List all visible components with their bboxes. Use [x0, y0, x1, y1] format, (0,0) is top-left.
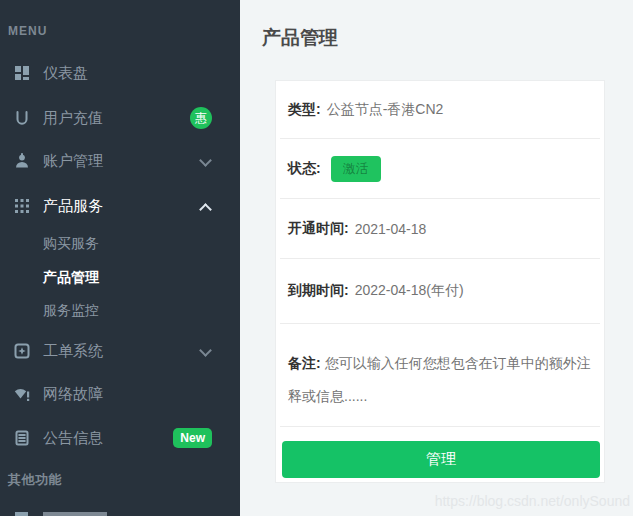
other-section-header: 其他功能: [8, 471, 62, 489]
sidebar-item-label: 账户管理: [43, 152, 103, 171]
sidebar-item-account[interactable]: 账户管理: [0, 149, 240, 173]
sidebar-item-tickets[interactable]: 工单系统: [0, 339, 240, 363]
status-label: 状态:: [288, 160, 321, 178]
chevron-up-icon: [201, 202, 210, 211]
sidebar-item-label: 公告信息: [43, 429, 103, 448]
products-grid-icon: [14, 198, 30, 214]
divider: [280, 426, 600, 427]
account-icon: [14, 153, 30, 169]
status-badge: 激活: [331, 156, 381, 182]
open-time-value: 2021-04-18: [355, 221, 427, 237]
chevron-down-icon: [201, 157, 210, 166]
open-time-label: 开通时间:: [288, 220, 349, 238]
sidebar-item-recharge[interactable]: 用户充值 惠: [0, 106, 240, 130]
status-row: 状态: 激活: [276, 139, 604, 198]
promo-badge: 惠: [190, 107, 212, 129]
sidebar-item-label: 仪表盘: [43, 64, 88, 83]
dashboard-icon: [14, 65, 30, 81]
ticket-icon: [14, 343, 30, 359]
sidebar-item-label: 工单系统: [43, 342, 103, 361]
sidebar-item-label: 产品管理: [43, 269, 99, 287]
sidebar-item-network[interactable]: 网络故障: [0, 382, 240, 406]
sidebar-item-label: 产品服务: [43, 197, 103, 216]
expire-time-label: 到期时间:: [288, 282, 349, 300]
sidebar: MENU 仪表盘 用户充值 惠: [0, 0, 240, 516]
app-window: MENU 仪表盘 用户充值 惠: [0, 0, 633, 516]
open-time-row: 开通时间: 2021-04-18: [276, 199, 604, 258]
remark-row: 备注:您可以输入任何您想包含在订单中的额外注释或信息......: [276, 324, 604, 426]
cutoff-menu-label: [43, 512, 107, 516]
sidebar-item-announce[interactable]: 公告信息 New: [0, 426, 240, 450]
network-fault-icon: [14, 386, 30, 402]
expire-time-value: 2022-04-18(年付): [355, 282, 464, 300]
type-value: 公益节点-香港CN2: [327, 101, 444, 119]
product-detail-card: 类型: 公益节点-香港CN2 状态: 激活 开通时间: 2021-04-18 到…: [275, 80, 605, 483]
remark-label: 备注:: [288, 355, 321, 371]
sidebar-item-label: 用户充值: [43, 109, 103, 128]
sidebar-item-label: 服务监控: [43, 302, 99, 320]
sidebar-item-label: 网络故障: [43, 385, 103, 404]
sidebar-item-label: 购买服务: [43, 235, 99, 253]
recharge-icon: [14, 110, 30, 126]
sidebar-item-dashboard[interactable]: 仪表盘: [0, 61, 240, 85]
sidebar-item-buy-service[interactable]: 购买服务: [0, 232, 240, 256]
page-title: 产品管理: [262, 25, 338, 51]
announcement-icon: [14, 430, 30, 446]
sidebar-item-product-manage[interactable]: 产品管理: [0, 266, 240, 290]
watermark-text: https://blog.csdn.net/onlySound: [435, 493, 630, 509]
cutoff-menu-icon: [15, 512, 28, 516]
type-label: 类型:: [288, 101, 321, 119]
menu-section-header: MENU: [8, 24, 47, 38]
sidebar-item-service-monitor[interactable]: 服务监控: [0, 299, 240, 323]
main-content: 产品管理 类型: 公益节点-香港CN2 状态: 激活 开通时间: 2021-04…: [240, 0, 633, 516]
manage-button[interactable]: 管理: [282, 441, 600, 478]
expire-time-row: 到期时间: 2022-04-18(年付): [276, 259, 604, 323]
chevron-down-icon: [201, 347, 210, 356]
new-badge: New: [173, 428, 212, 448]
sidebar-item-products[interactable]: 产品服务: [0, 194, 240, 218]
remark-value: 您可以输入任何您想包含在订单中的额外注释或信息......: [288, 355, 591, 404]
type-row: 类型: 公益节点-香港CN2: [276, 81, 604, 138]
